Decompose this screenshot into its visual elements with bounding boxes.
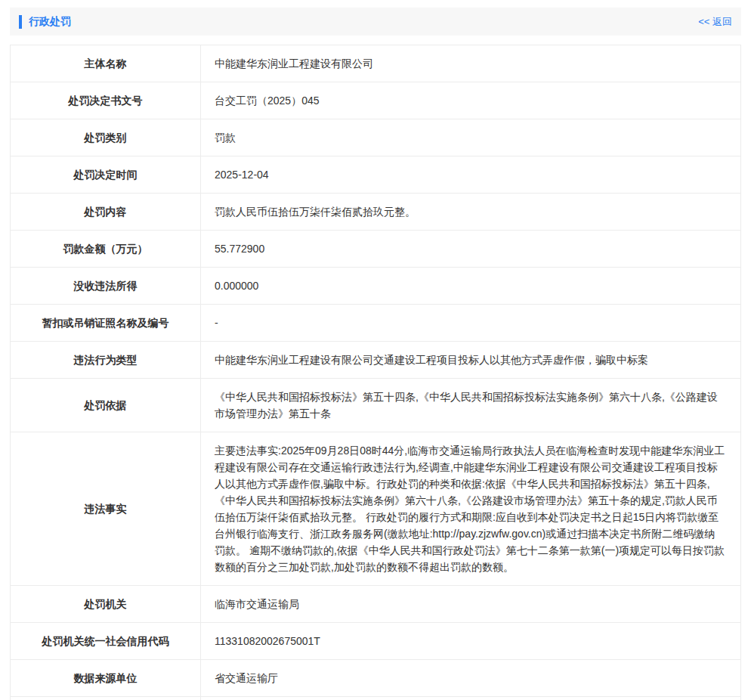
table-row: 处罚决定时间 2025-12-04 <box>11 156 741 194</box>
table-row: 处罚决定书文号 台交工罚（2025）045 <box>11 82 741 119</box>
table-row: 数据来源单位 省交通运输厅 <box>11 660 741 697</box>
row-value-license-suspension: - <box>201 305 741 342</box>
row-label-license-suspension: 暂扣或吊销证照名称及编号 <box>11 305 201 342</box>
table-row: 处罚依据 《中华人民共和国招标投标法》第五十四条,《中华人民共和国招标投标法实施… <box>11 379 741 432</box>
row-label-data-source-unit: 数据来源单位 <box>11 660 201 697</box>
back-link[interactable]: << 返回 <box>698 15 732 29</box>
row-value-penalty-basis: 《中华人民共和国招标投标法》第五十四条,《中华人民共和国招标投标法实施条例》第六… <box>201 379 741 432</box>
row-value-source-credit-code: 11330000002482277P <box>201 697 741 700</box>
row-label-decision-doc-number: 处罚决定书文号 <box>11 82 201 119</box>
row-value-violation-facts: 主要违法事实:2025年09月28日08时44分,临海市交通运输局行政执法人员在… <box>201 432 741 586</box>
row-label-decision-date: 处罚决定时间 <box>11 156 201 194</box>
table-row: 处罚内容 罚款人民币伍拾伍万柒仟柒佰贰拾玖元整。 <box>11 194 741 231</box>
row-value-confiscated-gains: 0.000000 <box>201 268 741 305</box>
row-label-confiscated-gains: 没收违法所得 <box>11 268 201 305</box>
row-label-authority-credit-code: 处罚机关统一社会信用代码 <box>11 623 201 660</box>
row-value-decision-doc-number: 台交工罚（2025）045 <box>201 82 741 119</box>
penalty-detail-page: 行政处罚 << 返回 主体名称 中能建华东润业工程建设有限公司 处罚决定书文号 … <box>0 0 751 700</box>
table-row: 违法事实 主要违法事实:2025年09月28日08时44分,临海市交通运输局行政… <box>11 432 741 586</box>
table-row: 处罚机关 临海市交通运输局 <box>11 586 741 623</box>
table-row: 罚款金额（万元） 55.772900 <box>11 231 741 268</box>
table-row: 违法行为类型 中能建华东润业工程建设有限公司交通建设工程项目投标人以其他方式弄虚… <box>11 342 741 379</box>
table-row: 暂扣或吊销证照名称及编号 - <box>11 305 741 342</box>
page-header: 行政处罚 << 返回 <box>10 8 741 36</box>
row-value-penalty-content: 罚款人民币伍拾伍万柒仟柒佰贰拾玖元整。 <box>201 194 741 231</box>
row-label-penalty-authority: 处罚机关 <box>11 586 201 623</box>
row-label-penalty-content: 处罚内容 <box>11 194 201 231</box>
row-label-penalty-basis: 处罚依据 <box>11 379 201 432</box>
table-row: 没收违法所得 0.000000 <box>11 268 741 305</box>
page-title: 行政处罚 <box>29 15 71 29</box>
row-label-subject-name: 主体名称 <box>11 45 201 82</box>
row-value-violation-type: 中能建华东润业工程建设有限公司交通建设工程项目投标人以其他方式弄虚作假，骗取中标… <box>201 342 741 379</box>
row-label-violation-facts: 违法事实 <box>11 432 201 586</box>
table-row: 主体名称 中能建华东润业工程建设有限公司 <box>11 45 741 82</box>
row-value-data-source-unit: 省交通运输厅 <box>201 660 741 697</box>
row-value-decision-date: 2025-12-04 <box>201 156 741 194</box>
row-label-penalty-category: 处罚类别 <box>11 119 201 156</box>
row-label-violation-type: 违法行为类型 <box>11 342 201 379</box>
table-row: 处罚机关统一社会信用代码 11331082002675001T <box>11 623 741 660</box>
row-value-authority-credit-code: 11331082002675001T <box>201 623 741 660</box>
row-label-source-credit-code: 数据来源单位统一社会信用代码 <box>11 697 201 700</box>
table-row: 处罚类别 罚款 <box>11 119 741 156</box>
row-value-subject-name: 中能建华东润业工程建设有限公司 <box>201 45 741 82</box>
table-row: 数据来源单位统一社会信用代码 11330000002482277P <box>11 697 741 700</box>
row-value-penalty-authority: 临海市交通运输局 <box>201 586 741 623</box>
row-value-penalty-category: 罚款 <box>201 119 741 156</box>
row-value-fine-amount: 55.772900 <box>201 231 741 268</box>
header-accent-bar <box>19 15 22 29</box>
penalty-detail-table: 主体名称 中能建华东润业工程建设有限公司 处罚决定书文号 台交工罚（2025）0… <box>10 45 741 700</box>
row-label-fine-amount: 罚款金额（万元） <box>11 231 201 268</box>
